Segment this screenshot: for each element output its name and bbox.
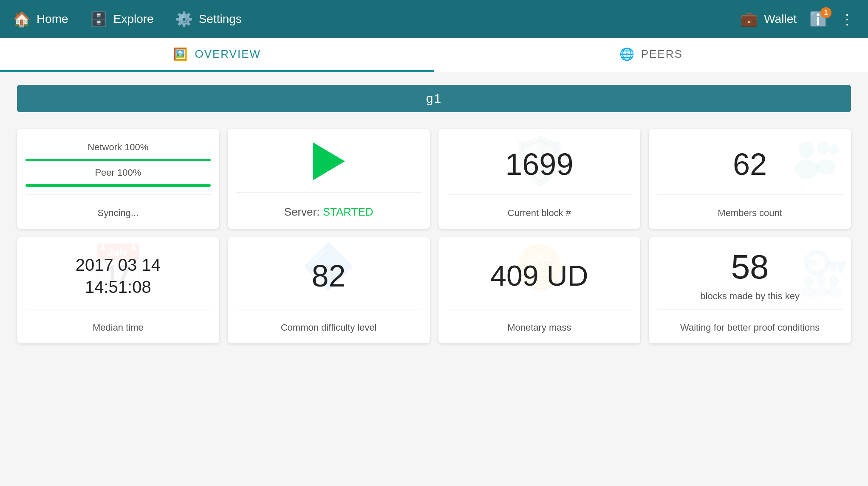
- nav-settings[interactable]: ⚙️ Settings: [175, 11, 242, 28]
- sync-status: Syncing...: [98, 202, 139, 219]
- progress-section: Network 100% Peer 100%: [25, 142, 211, 187]
- median-time-date: 2017 03 14 14:51:08: [76, 254, 161, 298]
- peers-icon: 🌐: [619, 47, 635, 61]
- server-label: Server: STARTED: [284, 199, 373, 219]
- current-block-card: 🛡️ 1699 Current block #: [438, 129, 641, 229]
- nav-home[interactable]: 🏠 Home: [13, 11, 68, 28]
- explore-icon: 🗄️: [90, 11, 107, 28]
- server-text-label: Server:: [284, 205, 320, 218]
- current-block-label: Current block #: [508, 202, 571, 219]
- nav-explore[interactable]: 🗄️ Explore: [90, 11, 154, 28]
- monetary-mass-value: 409 UD: [490, 260, 588, 292]
- time-value: 14:51:08: [85, 278, 151, 296]
- median-time-label: Median time: [93, 316, 144, 333]
- blocks-key-card: 58 blocks made by this key Waiting for b…: [649, 237, 851, 343]
- server-card: Server: STARTED: [228, 129, 430, 229]
- info-button[interactable]: ℹ️ 1: [809, 11, 827, 28]
- topnav: 🏠 Home 🗄️ Explore ⚙️ Settings 💼 Wallet ℹ…: [0, 0, 868, 38]
- monetary-mass-card: 🪙 409 UD Monetary mass: [438, 237, 641, 343]
- sync-card: Network 100% Peer 100% Syncing...: [17, 129, 219, 229]
- peer-label: Peer 100%: [25, 167, 211, 178]
- sync-card-top: Network 100% Peer 100%: [25, 142, 211, 195]
- difficulty-label: Common difficulty level: [281, 316, 377, 333]
- home-icon: 🏠: [13, 11, 31, 28]
- blocks-key-value: 58: [731, 250, 769, 284]
- tab-overview[interactable]: 🖼️ OVERVIEW: [0, 38, 434, 72]
- current-block-top: 1699: [447, 142, 632, 195]
- dashboard-grid: Network 100% Peer 100% Syncing... Server…: [0, 121, 868, 360]
- tabs-bar: 🖼️ OVERVIEW 🌐 PEERS: [0, 38, 868, 72]
- more-icon: ⋮: [840, 11, 855, 27]
- blocks-key-top: 58 blocks made by this key: [657, 250, 843, 310]
- nav-home-label: Home: [37, 12, 68, 26]
- tab-peers-label: PEERS: [641, 48, 683, 61]
- currency-header: g1: [17, 85, 851, 112]
- nav-left: 🏠 Home 🗄️ Explore ⚙️ Settings: [13, 11, 740, 28]
- median-time-card: 📅 2017 03 14 14:51:08 Median time: [17, 237, 219, 343]
- server-card-top: [236, 142, 421, 193]
- difficulty-value: 82: [312, 261, 346, 291]
- tab-overview-label: OVERVIEW: [195, 48, 261, 61]
- blocks-key-subtitle: blocks made by this key: [700, 291, 800, 302]
- median-time-top: 2017 03 14 14:51:08: [25, 250, 211, 309]
- nav-right: 💼 Wallet ℹ️ 1 ⋮: [740, 11, 855, 28]
- monetary-mass-top: 409 UD: [447, 250, 632, 309]
- play-icon: [313, 142, 345, 180]
- wallet-icon: 💼: [740, 11, 758, 28]
- difficulty-card: 🔷 82 Common difficulty level: [228, 237, 430, 343]
- nav-wallet[interactable]: 💼 Wallet: [740, 11, 797, 28]
- overview-icon: 🖼️: [173, 47, 189, 61]
- monetary-mass-label: Monetary mass: [507, 316, 571, 333]
- members-card: 62 Members count: [649, 129, 851, 229]
- blocks-key-waiting: Waiting for better proof conditions: [657, 316, 843, 333]
- notification-badge: 1: [820, 7, 831, 18]
- members-value: 62: [733, 149, 767, 180]
- settings-icon: ⚙️: [175, 11, 193, 28]
- peer-progress-fill: [25, 184, 211, 187]
- network-progress-fill: [25, 159, 211, 161]
- date-value: 2017 03 14: [76, 256, 161, 274]
- tab-peers[interactable]: 🌐 PEERS: [434, 38, 868, 72]
- current-block-value: 1699: [505, 149, 573, 180]
- members-label: Members count: [718, 202, 782, 219]
- peer-progress-bar: [25, 184, 211, 187]
- currency-name: g1: [426, 91, 442, 106]
- more-button[interactable]: ⋮: [840, 11, 855, 28]
- network-label: Network 100%: [25, 142, 211, 153]
- difficulty-top: 82: [236, 250, 421, 309]
- nav-explore-label: Explore: [113, 12, 154, 26]
- nav-settings-label: Settings: [199, 12, 242, 26]
- server-status: STARTED: [323, 205, 373, 218]
- network-progress-bar: [25, 159, 211, 161]
- members-top: 62: [657, 142, 843, 195]
- nav-wallet-label: Wallet: [764, 12, 797, 26]
